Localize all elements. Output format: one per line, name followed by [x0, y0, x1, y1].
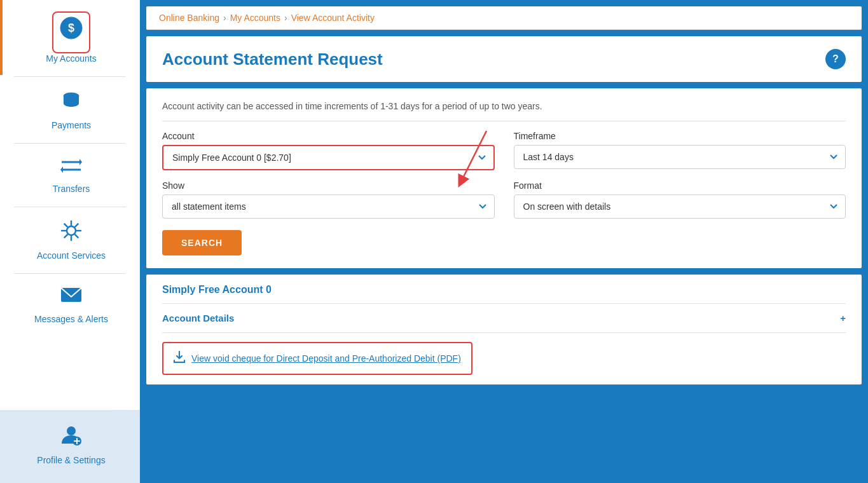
- sidebar-label-payments: Payments: [52, 120, 91, 130]
- svg-marker-7: [60, 167, 63, 173]
- profile-icon: [60, 425, 82, 451]
- breadcrumb-sep-1: ›: [223, 13, 226, 23]
- format-select[interactable]: On screen with detailsOn screen without …: [514, 194, 846, 219]
- page-title: Account Statement Request: [162, 50, 383, 69]
- divider-1: [14, 76, 126, 77]
- show-label: Show: [162, 180, 495, 191]
- breadcrumb-current: View Account Activity: [291, 13, 375, 23]
- breadcrumb-my-accounts[interactable]: My Accounts: [230, 13, 280, 23]
- void-cheque-link[interactable]: View void cheque for Direct Deposit and …: [191, 353, 461, 364]
- timeframe-label: Timeframe: [514, 131, 846, 141]
- search-button[interactable]: SEARCH: [162, 230, 242, 255]
- form-card: Account activity can be accessed in time…: [146, 88, 862, 268]
- sidebar-item-account-services[interactable]: Account Services: [0, 208, 140, 272]
- format-label: Format: [514, 180, 846, 191]
- sidebar-item-my-accounts[interactable]: $ My Accounts: [0, 0, 140, 75]
- breadcrumb-sep-2: ›: [284, 13, 287, 23]
- help-icon-label: ?: [832, 53, 839, 65]
- sidebar-bottom: Profile & Settings: [0, 410, 140, 483]
- account-services-icon: [60, 220, 82, 247]
- sidebar: $ My Accounts Payments: [0, 0, 140, 483]
- transfers-icon: [60, 156, 82, 180]
- sidebar-label-profile-settings: Profile & Settings: [37, 455, 105, 465]
- svg-line-14: [75, 235, 78, 237]
- payments-icon: [60, 90, 82, 116]
- void-cheque-container: View void cheque for Direct Deposit and …: [162, 342, 472, 375]
- breadcrumb: Online Banking › My Accounts › View Acco…: [146, 6, 862, 30]
- sidebar-item-messages-alerts[interactable]: Messages & Alerts: [0, 275, 140, 336]
- account-field-group: Account Simply Free Account 0 [$2.70]: [162, 131, 495, 170]
- main-content: Online Banking › My Accounts › View Acco…: [140, 0, 868, 483]
- sidebar-item-profile-settings[interactable]: Profile & Settings: [0, 413, 140, 477]
- svg-point-18: [67, 426, 76, 435]
- account-details-label: Account Details: [162, 313, 234, 323]
- expand-icon: +: [840, 313, 846, 323]
- divider-2: [14, 143, 126, 144]
- svg-line-16: [64, 235, 67, 237]
- sidebar-label-transfers: Transfers: [53, 184, 90, 194]
- svg-point-8: [67, 226, 76, 235]
- divider-3: [14, 207, 126, 207]
- account-details-toggle[interactable]: Account Details +: [162, 304, 846, 333]
- timeframe-field-group: Timeframe Last 14 daysLast 7 daysLast 30…: [514, 131, 846, 170]
- page-title-bar: Account Statement Request ?: [162, 49, 846, 69]
- breadcrumb-online-banking[interactable]: Online Banking: [159, 13, 219, 23]
- account-select[interactable]: Simply Free Account 0 [$2.70]: [162, 145, 495, 170]
- sidebar-item-payments[interactable]: Payments: [0, 78, 140, 142]
- format-field-group: Format On screen with detailsOn screen w…: [514, 180, 846, 219]
- divider-5: [0, 411, 112, 412]
- account-label: Account: [162, 131, 495, 141]
- form-description: Account activity can be accessed in time…: [162, 101, 846, 121]
- show-select[interactable]: all statement itemscredits onlydebits on…: [162, 194, 495, 219]
- my-accounts-icon: $: [60, 17, 83, 44]
- help-button[interactable]: ?: [825, 49, 846, 69]
- divider-4: [14, 273, 126, 274]
- results-card: Simply Free Account 0 Account Details + …: [146, 275, 862, 384]
- messages-icon: [60, 287, 82, 310]
- form-grid: Account Simply Free Account 0 [$2.70] Ti…: [162, 131, 846, 219]
- svg-marker-5: [79, 159, 82, 165]
- svg-line-15: [75, 224, 78, 226]
- download-icon: [174, 351, 185, 366]
- sidebar-label-messages-alerts: Messages & Alerts: [34, 314, 108, 324]
- svg-text:$: $: [68, 22, 74, 34]
- result-account-name: Simply Free Account 0: [162, 284, 846, 304]
- svg-line-13: [64, 224, 67, 226]
- sidebar-item-transfers[interactable]: Transfers: [0, 145, 140, 205]
- timeframe-select[interactable]: Last 14 daysLast 7 daysLast 30 daysCusto…: [514, 145, 846, 169]
- title-card: Account Statement Request ?: [146, 36, 862, 82]
- sidebar-label-account-services: Account Services: [37, 250, 106, 261]
- sidebar-label-my-accounts: My Accounts: [46, 53, 96, 64]
- show-field-group: Show all statement itemscredits onlydebi…: [162, 180, 495, 219]
